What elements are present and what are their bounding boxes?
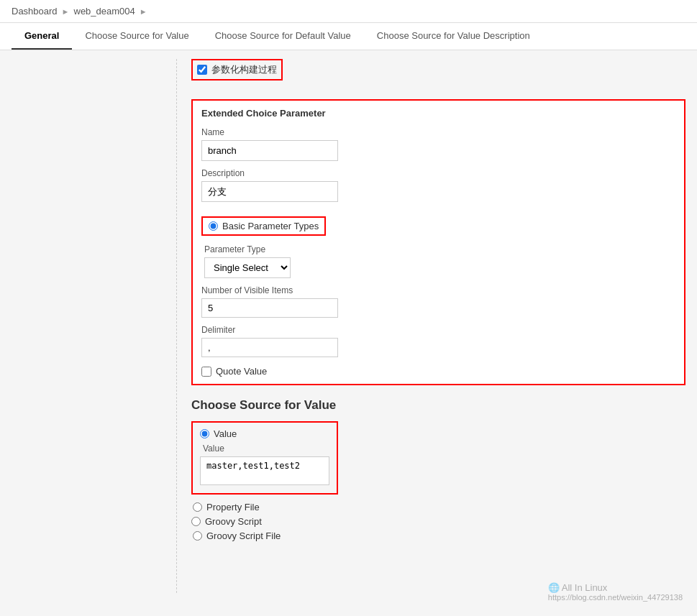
groovy-script-file-label: Groovy Script File	[206, 530, 281, 541]
value-radio-option[interactable]: Value	[200, 428, 329, 439]
value-radio[interactable]	[200, 429, 209, 438]
quote-value-row: Quote Value	[201, 366, 675, 377]
watermark-url: https://blog.csdn.net/weixin_44729138	[548, 593, 683, 602]
groovy-script-file-radio[interactable]	[193, 531, 202, 541]
parameterize-checkbox[interactable]	[197, 65, 207, 75]
quote-value-checkbox[interactable]	[201, 367, 211, 377]
tab-source-value-description[interactable]: Choose Source for Value Description	[364, 23, 543, 50]
param-type-section: Parameter Type Single Select Multi Selec…	[201, 244, 675, 278]
property-file-label: Property File	[206, 502, 260, 512]
delimiter-label: Delimiter	[201, 325, 675, 335]
name-input[interactable]	[201, 140, 338, 161]
description-label: Description	[201, 168, 675, 178]
breadcrumb-dashboard[interactable]: Dashboard	[12, 6, 58, 17]
choose-source-section: Choose Source for Value Value Value mast…	[191, 398, 685, 541]
tab-general[interactable]: General	[12, 23, 72, 50]
groovy-script-option[interactable]: Groovy Script	[191, 516, 685, 527]
groovy-script-label: Groovy Script	[205, 516, 262, 527]
property-file-radio[interactable]	[193, 502, 202, 512]
breadcrumb-sep2: ►	[140, 7, 147, 16]
breadcrumb-project[interactable]: web_deam004	[74, 6, 135, 17]
property-file-option[interactable]: Property File	[191, 502, 685, 512]
value-sub-label: Value	[200, 443, 329, 454]
visible-items-label: Number of Visible Items	[201, 285, 675, 295]
tab-bar: General Choose Source for Value Choose S…	[0, 23, 697, 50]
quote-value-label: Quote Value	[216, 366, 267, 377]
extended-choice-section: Extended Choice Parameter Name Descripti…	[191, 99, 685, 385]
breadcrumb-sep1: ►	[62, 7, 70, 16]
watermark: 🌐 All In Linux https://blog.csdn.net/wei…	[548, 582, 683, 602]
basic-param-types-row[interactable]: Basic Parameter Types	[201, 216, 326, 236]
description-input[interactable]	[201, 181, 338, 202]
delimiter-input[interactable]	[201, 338, 338, 357]
form-area: 参数化构建过程 Extended Choice Parameter Name D…	[177, 59, 685, 593]
value-textarea[interactable]: master,test1,test2	[200, 456, 329, 485]
name-label: Name	[201, 127, 675, 137]
basic-param-types-radio[interactable]	[209, 221, 218, 231]
choose-source-title: Choose Source for Value	[191, 398, 685, 413]
section-title: Extended Choice Parameter	[201, 108, 675, 119]
parameterize-checkbox-row[interactable]: 参数化构建过程	[191, 59, 283, 81]
basic-param-types-label: Basic Parameter Types	[222, 221, 319, 231]
breadcrumb: Dashboard ► web_deam004 ►	[0, 0, 697, 23]
value-radio-label: Value	[214, 428, 237, 439]
param-type-label: Parameter Type	[204, 244, 675, 254]
groovy-script-file-option[interactable]: Groovy Script File	[191, 530, 685, 541]
tab-source-value[interactable]: Choose Source for Value	[72, 23, 201, 50]
parameterize-label: 参数化构建过程	[211, 63, 277, 76]
main-content: 参数化构建过程 Extended Choice Parameter Name D…	[0, 50, 697, 602]
value-source-box: Value Value master,test1,test2	[191, 421, 338, 495]
visible-items-input[interactable]	[201, 298, 338, 318]
left-sidebar	[12, 59, 177, 593]
watermark-text: 🌐 All In Linux	[548, 582, 683, 593]
groovy-script-radio[interactable]	[191, 517, 201, 526]
param-type-select[interactable]: Single Select Multi Select Check Boxes R…	[204, 257, 291, 278]
tab-source-default-value[interactable]: Choose Source for Default Value	[202, 23, 364, 50]
